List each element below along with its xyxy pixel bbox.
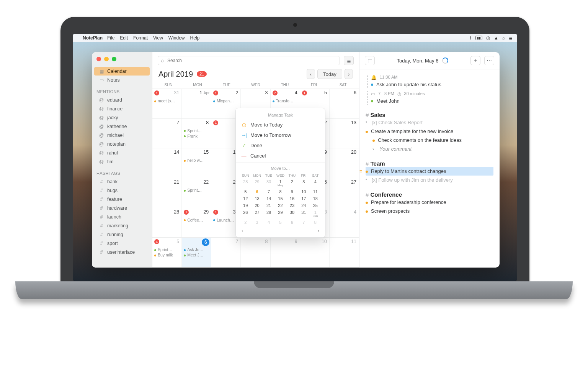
- more-button[interactable]: ⋯: [484, 56, 494, 65]
- today-button[interactable]: Today: [317, 69, 342, 79]
- mini-day[interactable]: 21: [263, 202, 274, 209]
- mini-day[interactable]: 28: [263, 209, 274, 219]
- mini-day[interactable]: 30: [286, 209, 298, 219]
- user-icon[interactable]: ▲: [494, 35, 498, 41]
- sidebar-hashtag-marketing[interactable]: #marketing: [94, 222, 150, 230]
- mini-day[interactable]: 1Jun: [310, 209, 321, 219]
- event-task[interactable]: Meet John: [367, 97, 493, 105]
- mini-day[interactable]: 3: [298, 178, 309, 188]
- popover-next-month-icon[interactable]: →: [314, 227, 320, 234]
- mini-day[interactable]: 30: [263, 178, 274, 188]
- subtask-item[interactable]: Check comments on the feature ideas: [366, 136, 493, 145]
- mini-day[interactable]: 9: [286, 188, 298, 195]
- calendar-day[interactable]: 4: [330, 208, 359, 238]
- sidebar-hashtag-hardware[interactable]: #hardware: [94, 204, 150, 212]
- calendar-day[interactable]: 7: [211, 238, 241, 267]
- task-item[interactable]: Screen prospects: [366, 207, 493, 215]
- mini-day[interactable]: 11: [310, 188, 321, 195]
- mini-day[interactable]: 29: [274, 209, 286, 219]
- calendar-day[interactable]: 7: [152, 119, 182, 148]
- mini-day[interactable]: 22: [274, 202, 286, 209]
- calendar-day[interactable]: 27: [330, 178, 359, 208]
- task-item[interactable]: Create a template for the new invoice: [366, 127, 493, 136]
- calendar-day[interactable]: 45Sprint…Buy milk: [152, 238, 182, 267]
- popover-prev-month-icon[interactable]: ←: [240, 227, 247, 234]
- sidebar-item-calendar[interactable]: ▦ Calendar: [94, 67, 150, 76]
- sidebar-mention-tim[interactable]: @tim: [94, 158, 150, 166]
- calendar-day[interactable]: 14: [152, 148, 182, 178]
- calendar-day[interactable]: 129Coffee…: [182, 208, 211, 238]
- calendar-day[interactable]: 13: [330, 119, 359, 148]
- sidebar-mention-noteplan[interactable]: @noteplan: [94, 140, 150, 148]
- menubar-app-name[interactable]: NotePlan: [83, 35, 103, 41]
- mini-day[interactable]: 7: [298, 219, 309, 226]
- sidebar-hashtag-running[interactable]: #running: [94, 230, 150, 239]
- calendar-day[interactable]: 8: [241, 238, 270, 267]
- list-icon[interactable]: ≣: [509, 35, 513, 41]
- calendar-day[interactable]: 10: [300, 238, 330, 267]
- mini-day[interactable]: 27: [251, 209, 263, 219]
- sidebar-hashtag-userinterface[interactable]: #userinterface: [94, 248, 150, 256]
- prev-month-button[interactable]: ‹: [307, 69, 315, 79]
- popover-item[interactable]: ✓Done: [236, 140, 325, 151]
- sidebar-mention-eduard[interactable]: @eduard: [94, 96, 150, 104]
- sidebar-item-notes[interactable]: ▭ Notes: [94, 76, 150, 84]
- spotlight-icon[interactable]: ⌕: [502, 35, 505, 41]
- calendar-day[interactable]: 15hello w…: [182, 148, 211, 178]
- calendar-day[interactable]: 21: [152, 178, 182, 208]
- sidebar-hashtag-bank[interactable]: #bank: [94, 177, 150, 186]
- clock-icon[interactable]: ◷: [486, 35, 490, 41]
- popover-item[interactable]: —Cancel: [236, 151, 325, 161]
- mini-day[interactable]: 3: [251, 219, 263, 226]
- sidebar-hashtag-bugs[interactable]: #bugs: [94, 186, 150, 195]
- mini-day[interactable]: 24: [298, 202, 309, 209]
- mini-day[interactable]: 6: [286, 219, 298, 226]
- calendar-day[interactable]: 131meet jo…: [152, 89, 182, 118]
- menu-window[interactable]: Window: [168, 35, 185, 41]
- calendar-day[interactable]: 20: [330, 148, 359, 178]
- reminder-task[interactable]: Ask John to update his status: [367, 81, 493, 88]
- popover-item[interactable]: →|Move to Tomorrow: [236, 130, 325, 140]
- mini-day[interactable]: 2: [286, 178, 298, 188]
- battery-icon[interactable]: ▮▮: [475, 36, 482, 40]
- mini-day[interactable]: 2: [240, 219, 251, 226]
- mini-day[interactable]: 6: [251, 188, 263, 195]
- calendar-day[interactable]: 22Sprint…: [182, 178, 211, 208]
- mini-day[interactable]: 15: [274, 195, 286, 202]
- calendar-day[interactable]: 6Ask Jo…Meet J…: [182, 238, 211, 267]
- calendar-day[interactable]: 1 Apr: [182, 89, 211, 118]
- mini-day[interactable]: 16: [286, 195, 298, 202]
- mini-day[interactable]: 1May: [274, 178, 286, 188]
- menu-format[interactable]: Format: [133, 35, 148, 41]
- window-traffic-lights[interactable]: [96, 57, 116, 61]
- calendar-day[interactable]: 28: [152, 208, 182, 238]
- mini-day[interactable]: 26: [240, 209, 251, 219]
- sidebar-hashtag-launch[interactable]: #launch: [94, 213, 150, 221]
- task-done[interactable]: •[x] Check Sales Report: [366, 118, 493, 127]
- mini-day[interactable]: 25: [310, 202, 321, 209]
- minimize-window-icon[interactable]: [104, 57, 109, 61]
- calendar-day[interactable]: 8Sprint…Frank: [182, 119, 211, 148]
- mini-day[interactable]: 18: [310, 195, 321, 202]
- mini-day[interactable]: 13: [251, 195, 263, 202]
- mini-day[interactable]: 4: [263, 219, 274, 226]
- split-view-icon[interactable]: ◫: [365, 56, 375, 65]
- popover-item[interactable]: ◷Move to Today: [236, 120, 325, 130]
- task-item-selected[interactable]: Reply to Martins contract changes: [366, 167, 493, 176]
- sidebar-hashtag-sport[interactable]: #sport: [94, 239, 150, 248]
- mini-day[interactable]: 29: [251, 178, 263, 188]
- mini-day[interactable]: 17: [298, 195, 309, 202]
- mini-day[interactable]: 5: [274, 219, 286, 226]
- mini-day[interactable]: 10: [298, 188, 309, 195]
- list-view-toggle[interactable]: ≣: [344, 56, 354, 65]
- mini-day[interactable]: 7: [263, 188, 274, 195]
- task-item[interactable]: Prepare for leadership conference: [366, 198, 493, 207]
- mini-day[interactable]: 4: [310, 178, 321, 188]
- menu-help[interactable]: Help: [190, 35, 200, 41]
- sidebar-mention-finance[interactable]: @finance: [94, 105, 150, 113]
- sidebar-hashtag-feature[interactable]: #feature: [94, 195, 150, 204]
- sidebar-mention-jacky[interactable]: @jacky: [94, 113, 150, 122]
- calendar-day[interactable]: 11: [330, 238, 359, 267]
- zoom-window-icon[interactable]: [112, 57, 116, 61]
- search-field[interactable]: [158, 56, 340, 65]
